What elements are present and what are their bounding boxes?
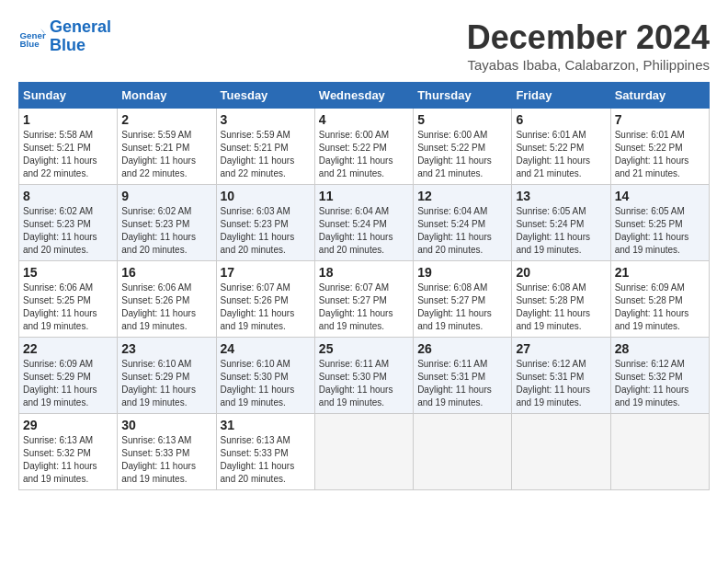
calendar-cell: 11Sunrise: 6:04 AM Sunset: 5:24 PM Dayli… [314,185,413,261]
calendar-cell: 21Sunrise: 6:09 AM Sunset: 5:28 PM Dayli… [610,261,709,338]
day-info: Sunrise: 6:03 AM Sunset: 5:23 PM Dayligh… [221,205,311,257]
day-info: Sunrise: 6:09 AM Sunset: 5:28 PM Dayligh… [615,282,705,333]
day-info: Sunrise: 5:58 AM Sunset: 5:21 PM Dayligh… [23,129,113,180]
day-header-tuesday: Tuesday [216,83,314,109]
day-info: Sunrise: 6:04 AM Sunset: 5:24 PM Dayligh… [319,205,409,257]
calendar-body: 1Sunrise: 5:58 AM Sunset: 5:21 PM Daylig… [19,109,710,490]
day-number: 4 [319,112,409,127]
day-info: Sunrise: 6:04 AM Sunset: 5:24 PM Dayligh… [417,205,507,257]
calendar-cell: 30Sunrise: 6:13 AM Sunset: 5:33 PM Dayli… [118,414,216,490]
day-info: Sunrise: 6:01 AM Sunset: 5:22 PM Dayligh… [516,129,606,180]
day-number: 8 [23,189,113,203]
calendar-cell: 19Sunrise: 6:08 AM Sunset: 5:27 PM Dayli… [414,261,512,338]
day-info: Sunrise: 6:00 AM Sunset: 5:22 PM Dayligh… [319,129,409,180]
calendar-cell: 9Sunrise: 6:02 AM Sunset: 5:23 PM Daylig… [118,185,216,261]
calendar-cell: 27Sunrise: 6:12 AM Sunset: 5:31 PM Dayli… [512,338,610,414]
day-header-sunday: Sunday [19,83,118,109]
day-info: Sunrise: 6:06 AM Sunset: 5:25 PM Dayligh… [23,282,113,333]
calendar-cell: 22Sunrise: 6:09 AM Sunset: 5:29 PM Dayli… [19,338,118,414]
day-info: Sunrise: 6:05 AM Sunset: 5:25 PM Dayligh… [615,205,705,257]
calendar-cell: 18Sunrise: 6:07 AM Sunset: 5:27 PM Dayli… [314,261,413,338]
day-header-monday: Monday [118,83,216,109]
calendar-cell: 1Sunrise: 5:58 AM Sunset: 5:21 PM Daylig… [19,109,118,185]
svg-text:Blue: Blue [20,38,40,48]
calendar-table: SundayMondayTuesdayWednesdayThursdayFrid… [18,82,710,490]
day-info: Sunrise: 6:01 AM Sunset: 5:22 PM Dayligh… [615,129,705,180]
day-number: 27 [516,341,606,356]
day-info: Sunrise: 6:08 AM Sunset: 5:27 PM Dayligh… [417,282,507,333]
location: Tayabas Ibaba, Calabarzon, Philippines [467,57,710,73]
day-number: 24 [221,341,311,356]
calendar-cell: 6Sunrise: 6:01 AM Sunset: 5:22 PM Daylig… [512,109,610,185]
day-info: Sunrise: 5:59 AM Sunset: 5:21 PM Dayligh… [221,129,311,180]
calendar-cell: 15Sunrise: 6:06 AM Sunset: 5:25 PM Dayli… [19,261,118,338]
day-info: Sunrise: 6:08 AM Sunset: 5:28 PM Dayligh… [516,282,606,333]
day-number: 13 [516,189,606,203]
week-row: 29Sunrise: 6:13 AM Sunset: 5:32 PM Dayli… [19,414,710,490]
week-row: 15Sunrise: 6:06 AM Sunset: 5:25 PM Dayli… [19,261,710,338]
calendar-cell [414,414,512,490]
day-number: 20 [516,265,606,280]
day-number: 3 [221,112,311,127]
calendar-cell: 20Sunrise: 6:08 AM Sunset: 5:28 PM Dayli… [512,261,610,338]
day-info: Sunrise: 6:07 AM Sunset: 5:26 PM Dayligh… [221,282,311,333]
day-number: 23 [121,341,211,356]
calendar-cell: 8Sunrise: 6:02 AM Sunset: 5:23 PM Daylig… [19,185,118,261]
day-info: Sunrise: 6:13 AM Sunset: 5:33 PM Dayligh… [121,434,211,486]
day-info: Sunrise: 6:06 AM Sunset: 5:26 PM Dayligh… [121,282,211,333]
day-info: Sunrise: 6:13 AM Sunset: 5:32 PM Dayligh… [23,434,113,486]
calendar-cell: 31Sunrise: 6:13 AM Sunset: 5:33 PM Dayli… [216,414,314,490]
day-info: Sunrise: 6:05 AM Sunset: 5:24 PM Dayligh… [516,205,606,257]
calendar-cell: 13Sunrise: 6:05 AM Sunset: 5:24 PM Dayli… [512,185,610,261]
calendar-cell: 3Sunrise: 5:59 AM Sunset: 5:21 PM Daylig… [216,109,314,185]
day-number: 15 [23,265,113,280]
calendar-cell: 12Sunrise: 6:04 AM Sunset: 5:24 PM Dayli… [414,185,512,261]
page-header: General Blue GeneralBlue December 2024 T… [18,18,710,73]
day-info: Sunrise: 6:11 AM Sunset: 5:30 PM Dayligh… [319,358,409,409]
day-info: Sunrise: 6:11 AM Sunset: 5:31 PM Dayligh… [417,358,507,409]
title-section: December 2024 Tayabas Ibaba, Calabarzon,… [467,18,710,73]
calendar-cell: 28Sunrise: 6:12 AM Sunset: 5:32 PM Dayli… [610,338,709,414]
day-info: Sunrise: 5:59 AM Sunset: 5:21 PM Dayligh… [121,129,211,180]
day-header-thursday: Thursday [414,83,512,109]
calendar-cell: 7Sunrise: 6:01 AM Sunset: 5:22 PM Daylig… [610,109,709,185]
calendar-header: SundayMondayTuesdayWednesdayThursdayFrid… [19,83,710,109]
day-number: 30 [121,418,211,432]
day-info: Sunrise: 6:12 AM Sunset: 5:32 PM Dayligh… [615,358,705,409]
day-info: Sunrise: 6:10 AM Sunset: 5:30 PM Dayligh… [221,358,311,409]
day-header-friday: Friday [512,83,610,109]
day-number: 26 [417,341,507,356]
day-number: 2 [121,112,211,127]
day-number: 22 [23,341,113,356]
day-number: 12 [417,189,507,203]
calendar-cell: 23Sunrise: 6:10 AM Sunset: 5:29 PM Dayli… [118,338,216,414]
logo-icon: General Blue [18,23,46,51]
day-info: Sunrise: 6:02 AM Sunset: 5:23 PM Dayligh… [121,205,211,257]
day-info: Sunrise: 6:10 AM Sunset: 5:29 PM Dayligh… [121,358,211,409]
calendar-cell: 4Sunrise: 6:00 AM Sunset: 5:22 PM Daylig… [314,109,413,185]
day-info: Sunrise: 6:00 AM Sunset: 5:22 PM Dayligh… [417,129,507,180]
month-title: December 2024 [467,18,710,57]
calendar-cell: 26Sunrise: 6:11 AM Sunset: 5:31 PM Dayli… [414,338,512,414]
calendar-cell: 14Sunrise: 6:05 AM Sunset: 5:25 PM Dayli… [610,185,709,261]
day-number: 6 [516,112,606,127]
day-info: Sunrise: 6:02 AM Sunset: 5:23 PM Dayligh… [23,205,113,257]
calendar-cell [512,414,610,490]
day-number: 11 [319,189,409,203]
day-number: 18 [319,265,409,280]
day-number: 29 [23,418,113,432]
day-number: 25 [319,341,409,356]
day-number: 16 [121,265,211,280]
logo-text: GeneralBlue [50,18,111,55]
logo: General Blue GeneralBlue [18,18,111,55]
day-number: 10 [221,189,311,203]
calendar-cell: 29Sunrise: 6:13 AM Sunset: 5:32 PM Dayli… [19,414,118,490]
calendar-cell: 2Sunrise: 5:59 AM Sunset: 5:21 PM Daylig… [118,109,216,185]
day-number: 1 [23,112,113,127]
week-row: 8Sunrise: 6:02 AM Sunset: 5:23 PM Daylig… [19,185,710,261]
header-row: SundayMondayTuesdayWednesdayThursdayFrid… [19,83,710,109]
day-number: 17 [221,265,311,280]
calendar-cell: 17Sunrise: 6:07 AM Sunset: 5:26 PM Dayli… [216,261,314,338]
calendar-cell: 16Sunrise: 6:06 AM Sunset: 5:26 PM Dayli… [118,261,216,338]
day-info: Sunrise: 6:12 AM Sunset: 5:31 PM Dayligh… [516,358,606,409]
